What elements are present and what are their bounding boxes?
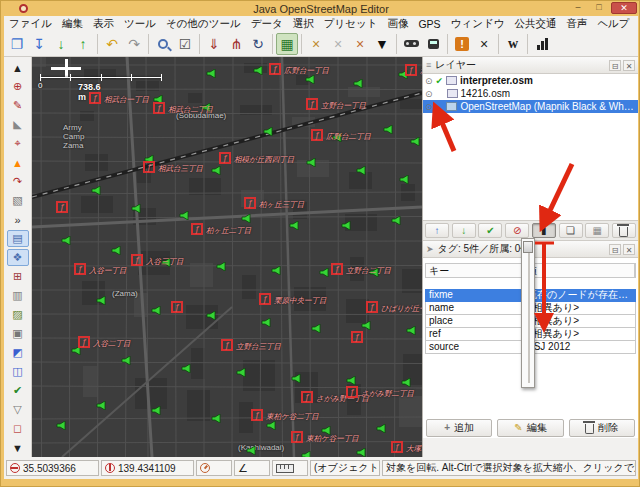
wikipedia-icon[interactable]: w bbox=[502, 33, 524, 55]
place-node-marker[interactable]: ƒさがみ野一丁目 bbox=[301, 391, 313, 403]
search-icon[interactable] bbox=[152, 33, 174, 55]
audio-marker-icon[interactable] bbox=[179, 206, 190, 215]
scroll-down-icon[interactable]: ▼ bbox=[7, 439, 29, 456]
move-layer-down-button[interactable]: ↓ bbox=[452, 223, 476, 238]
tool-axe3-icon[interactable]: × bbox=[349, 33, 371, 55]
select-tool[interactable]: ⊕ bbox=[7, 78, 29, 95]
menu-item[interactable]: 選択 bbox=[288, 17, 319, 31]
place-node-marker[interactable]: ƒ立野台一丁目 bbox=[306, 98, 318, 110]
transit-icon[interactable] bbox=[422, 33, 444, 55]
audio-marker-icon[interactable] bbox=[410, 132, 421, 141]
place-node-marker[interactable]: ƒ bbox=[56, 201, 68, 213]
audio-marker-icon[interactable] bbox=[401, 373, 412, 382]
place-node-marker[interactable]: ƒ柏ヶ丘三丁目 bbox=[244, 197, 256, 209]
audio-marker-icon[interactable] bbox=[144, 150, 155, 159]
combine-way-icon[interactable]: ⋔ bbox=[225, 33, 247, 55]
update-data-icon[interactable]: ↻ bbox=[247, 33, 269, 55]
audio-marker-icon[interactable] bbox=[346, 371, 357, 380]
activate-layer-button[interactable]: ✔ bbox=[478, 223, 502, 238]
place-node-marker[interactable]: ƒ入谷二丁目 bbox=[78, 336, 90, 348]
slider-thumb[interactable] bbox=[523, 241, 533, 253]
audio-marker-icon[interactable] bbox=[216, 257, 227, 266]
tool-axe1-icon[interactable]: × bbox=[305, 33, 327, 55]
audio-marker-icon[interactable] bbox=[151, 401, 162, 410]
layer-row[interactable]: ⊙14216.osm bbox=[423, 87, 638, 100]
merge-layer-button[interactable]: ▦ bbox=[585, 223, 609, 238]
delete-layer-button[interactable] bbox=[612, 223, 636, 238]
audio-marker-icon[interactable] bbox=[391, 211, 402, 220]
menu-item[interactable]: その他のツール bbox=[161, 17, 246, 31]
flame-tool[interactable]: ▲ bbox=[7, 154, 29, 171]
imagery-icon[interactable]: ▦ bbox=[276, 33, 298, 55]
audio-marker-icon[interactable] bbox=[361, 316, 372, 325]
tool-axe2-icon[interactable]: × bbox=[327, 33, 349, 55]
audio-marker-icon[interactable] bbox=[291, 369, 302, 378]
menu-item[interactable]: ファイル bbox=[4, 17, 57, 31]
audio-marker-icon[interactable] bbox=[261, 313, 272, 322]
map-canvas[interactable]: 0 738.6 m ArmyCampZama(Zama)(Sobudaimae)… bbox=[32, 57, 422, 457]
photo-layer-toggle[interactable]: ▣ bbox=[7, 325, 29, 342]
edit-tag-button[interactable]: ✎編集 bbox=[497, 419, 563, 437]
audio-marker-icon[interactable] bbox=[341, 216, 352, 225]
audio-marker-icon[interactable] bbox=[301, 446, 312, 455]
close-button[interactable]: ✕ bbox=[611, 2, 637, 14]
audio-marker-icon[interactable] bbox=[253, 61, 264, 70]
place-node-marker[interactable]: ƒさがみ野二丁目 bbox=[346, 386, 358, 398]
audio-marker-icon[interactable] bbox=[263, 122, 274, 131]
car-icon[interactable] bbox=[400, 33, 422, 55]
pointer-down-icon[interactable]: ▼ bbox=[371, 33, 393, 55]
selection-list-toggle[interactable]: ▥ bbox=[7, 287, 29, 304]
eye-icon[interactable]: ⊙ bbox=[425, 76, 433, 86]
audio-marker-icon[interactable] bbox=[356, 161, 367, 170]
dock-icon[interactable]: ⊟ bbox=[609, 244, 621, 255]
audio-marker-icon[interactable] bbox=[399, 170, 410, 179]
layers-panel-toggle[interactable]: ▤ bbox=[7, 230, 29, 247]
audio-marker-icon[interactable] bbox=[56, 416, 67, 425]
relation-list-toggle[interactable]: ⊞ bbox=[7, 268, 29, 285]
audio-marker-icon[interactable] bbox=[356, 443, 367, 452]
audio-marker-icon[interactable] bbox=[271, 261, 282, 270]
delete-icon[interactable]: × bbox=[473, 33, 495, 55]
audio-marker-icon[interactable] bbox=[96, 291, 107, 300]
menu-item[interactable]: 表示 bbox=[88, 17, 119, 31]
changeset-toggle[interactable]: ◻ bbox=[7, 420, 29, 437]
download-along-icon[interactable]: ⇓ bbox=[203, 33, 225, 55]
opacity-slider[interactable] bbox=[521, 238, 535, 388]
menu-item[interactable]: ウィンドウ bbox=[446, 17, 510, 31]
preferences-icon[interactable]: ☑ bbox=[174, 33, 196, 55]
audio-marker-icon[interactable] bbox=[96, 396, 107, 405]
place-node-marker[interactable]: ƒ東柏ケ谷一丁目 bbox=[291, 431, 303, 443]
upload-icon[interactable]: ↑ bbox=[72, 33, 94, 55]
menu-item[interactable]: プリセット bbox=[319, 17, 383, 31]
audio-marker-icon[interactable] bbox=[151, 301, 162, 310]
place-node-marker[interactable]: ƒ東柏ケ谷二丁目 bbox=[251, 409, 263, 421]
audio-marker-icon[interactable] bbox=[153, 90, 164, 99]
place-node-marker[interactable]: ƒひばりが丘一丁目 bbox=[366, 301, 378, 313]
conflict-list-toggle[interactable]: ◩ bbox=[7, 344, 29, 361]
layer-row[interactable]: ⊙✔interpreter.osm bbox=[423, 74, 638, 87]
layer-row[interactable]: ⊙OpenStreetMap (Mapnik Black & White) bbox=[423, 100, 638, 113]
audio-marker-icon[interactable] bbox=[406, 321, 417, 330]
audio-marker-icon[interactable] bbox=[306, 153, 317, 162]
audio-marker-icon[interactable] bbox=[376, 419, 387, 428]
draw-way-tool[interactable]: ✎ bbox=[7, 97, 29, 114]
improve-accuracy-tool[interactable]: ⌖ bbox=[7, 135, 29, 152]
redo-icon[interactable]: ↷ bbox=[123, 33, 145, 55]
place-node-marker[interactable]: ƒ相模が丘西四丁目 bbox=[219, 152, 231, 164]
place-node-marker[interactable]: ƒ相模が丘六丁目 bbox=[405, 64, 417, 76]
audio-marker-icon[interactable] bbox=[319, 263, 330, 272]
place-node-marker[interactable]: ƒ立野台三丁目 bbox=[221, 339, 233, 351]
menu-item[interactable]: 公共交通 bbox=[509, 17, 561, 31]
place-node-marker[interactable]: ƒ柏ヶ丘二丁目 bbox=[191, 223, 203, 235]
eye-icon[interactable]: ⊙ bbox=[425, 89, 433, 99]
place-node-marker[interactable]: ƒ bbox=[171, 301, 183, 313]
audio-marker-icon[interactable] bbox=[121, 351, 132, 360]
extrude-tool[interactable]: ▧ bbox=[7, 192, 29, 209]
place-node-marker[interactable]: ƒ bbox=[351, 331, 363, 343]
duplicate-layer-button[interactable]: ❏ bbox=[559, 223, 583, 238]
save-icon[interactable]: ↧ bbox=[28, 33, 50, 55]
eye-icon[interactable]: ⊙ bbox=[425, 102, 433, 112]
place-node-marker[interactable]: ƒ相武台一丁目 bbox=[89, 92, 101, 104]
place-node-marker[interactable]: ƒ広野台一丁目 bbox=[269, 63, 281, 75]
audio-marker-icon[interactable] bbox=[131, 199, 142, 208]
